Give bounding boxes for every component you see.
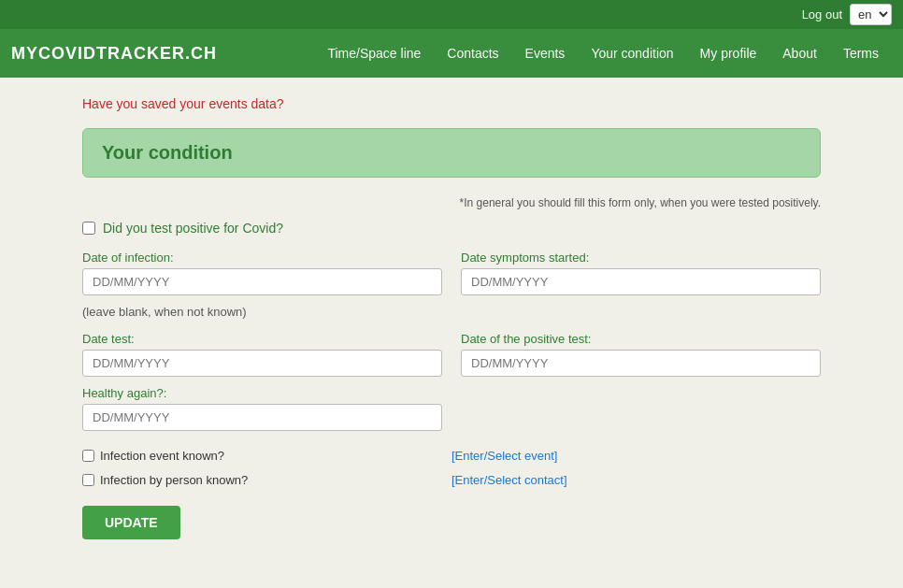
healthy-again-row: Healthy again?: (82, 386, 821, 431)
main-content: Have you saved your events data? Your co… (64, 78, 839, 558)
nav-links: Time/Space line Contacts Events Your con… (314, 29, 892, 78)
nav-events[interactable]: Events (512, 29, 579, 78)
infection-event-check-group: Infection event known? (82, 449, 452, 463)
navbar: MYCOVIDTRACKER.CH Time/Space line Contac… (0, 29, 903, 78)
top-bar: Log out en de fr (0, 0, 903, 29)
covid-positive-checkbox[interactable] (82, 222, 95, 235)
infection-person-checkbox[interactable] (82, 474, 94, 486)
nav-contacts[interactable]: Contacts (434, 29, 511, 78)
healthy-again-label: Healthy again?: (82, 386, 442, 400)
date-positive-label: Date of the positive test: (461, 332, 821, 346)
covid-positive-row: Did you test positive for Covid? (82, 221, 821, 236)
logout-button[interactable]: Log out (802, 7, 842, 22)
nav-timespace[interactable]: Time/Space line (314, 29, 434, 78)
language-select[interactable]: en de fr (850, 4, 892, 25)
date-positive-input[interactable] (461, 350, 821, 377)
date-test-group: Date test: (82, 332, 442, 377)
date-symptoms-input[interactable] (461, 268, 821, 295)
infection-person-check-group: Infection by person known? (82, 473, 452, 487)
infection-person-row: Infection by person known? [Enter/Select… (82, 472, 821, 487)
brand-logo: MYCOVIDTRACKER.CH (11, 44, 217, 64)
nav-terms[interactable]: Terms (830, 29, 892, 78)
nav-your-condition[interactable]: Your condition (578, 29, 686, 78)
nav-about[interactable]: About (769, 29, 830, 78)
section-title: Your condition (102, 142, 801, 164)
date-symptoms-group: Date symptoms started: (461, 251, 821, 295)
date-fields-row-2: Date test: Date of the positive test: (82, 332, 821, 377)
date-symptoms-label: Date symptoms started: (461, 251, 821, 265)
section-header: Your condition (82, 128, 821, 178)
date-positive-group: Date of the positive test: (461, 332, 821, 377)
infection-person-label: Infection by person known? (100, 473, 248, 487)
infection-person-link-col: [Enter/Select contact] (452, 472, 821, 487)
form-note: *In general you should fill this form on… (82, 196, 821, 209)
enter-select-contact-link[interactable]: [Enter/Select contact] (452, 473, 567, 487)
date-fields-row-1: Date of infection: Date symptoms started… (82, 251, 821, 295)
leave-blank-note: (leave blank, when not known) (82, 305, 821, 319)
date-infection-group: Date of infection: (82, 251, 442, 295)
date-infection-input[interactable] (82, 268, 442, 295)
date-infection-label: Date of infection: (82, 251, 442, 265)
enter-select-event-link[interactable]: [Enter/Select event] (452, 449, 557, 463)
covid-positive-label: Did you test positive for Covid? (103, 221, 283, 236)
infection-event-row: Infection event known? [Enter/Select eve… (82, 448, 821, 463)
infection-event-link-col: [Enter/Select event] (452, 448, 821, 463)
healthy-again-group: Healthy again?: (82, 386, 442, 431)
infection-event-label: Infection event known? (100, 449, 224, 463)
date-test-input[interactable] (82, 350, 442, 377)
alert-message: Have you saved your events data? (82, 96, 821, 111)
update-button[interactable]: UPDATE (82, 506, 180, 539)
date-test-label: Date test: (82, 332, 442, 346)
nav-my-profile[interactable]: My profile (687, 29, 770, 78)
infection-event-checkbox[interactable] (82, 450, 94, 462)
healthy-again-input[interactable] (82, 404, 442, 431)
